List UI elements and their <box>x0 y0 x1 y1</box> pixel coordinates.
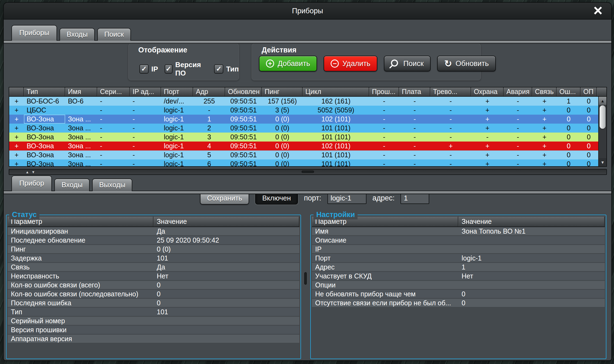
device-cell: + <box>471 124 504 133</box>
row-expander[interactable]: + <box>9 142 24 150</box>
column-header-8[interactable]: Пинг <box>262 87 303 96</box>
display-checkbox-1[interactable]: ✓Версия ПО <box>165 61 208 77</box>
bottom-tab-1[interactable]: Входы <box>54 178 90 191</box>
close-button[interactable]: × <box>591 3 605 18</box>
column-header-4[interactable]: IP ад... <box>130 87 161 96</box>
enabled-toggle-label: Включен <box>262 194 291 202</box>
device-cell: logic-1 <box>161 133 193 142</box>
device-cell: - <box>504 115 532 124</box>
column-header-12[interactable]: Трево... <box>430 87 471 96</box>
bottom-tab-2[interactable]: Выходы <box>92 178 132 191</box>
device-cell: 0 (0) <box>262 115 303 124</box>
row-expander[interactable]: + <box>9 133 24 142</box>
device-row[interactable]: +ВО-ЗонаЗона ...--logic-1409:50:510 (0)1… <box>9 142 598 150</box>
param-column-header-1[interactable]: Значение <box>458 217 605 227</box>
display-checkbox-0[interactable]: ✓IP <box>139 64 158 74</box>
horizontal-splitter[interactable]: ▲ ▼ <box>9 169 607 175</box>
param-column-header-1[interactable]: Значение <box>154 217 299 227</box>
column-header-7[interactable]: Обновлен <box>225 87 262 96</box>
device-row[interactable]: +ВО-ЗонаЗона ...--logic-1209:50:510 (0)1… <box>9 124 598 133</box>
delete-button[interactable]: − Удалить <box>324 56 377 71</box>
column-header-5[interactable]: Порт <box>161 87 193 96</box>
column-header-17[interactable]: ОП <box>581 87 597 96</box>
scroll-up-button[interactable]: ▲ <box>599 97 606 105</box>
param-row[interactable]: Последняя ошибка0 <box>8 299 299 308</box>
table-scrollbar[interactable]: ▲ ▼ <box>598 97 606 166</box>
param-row[interactable]: Описание <box>312 236 605 245</box>
device-row[interactable]: +ВО-БОС-6ВО-6--/dev/...25509:50:51157 (1… <box>9 97 598 106</box>
param-row[interactable]: Последнее обновление25 09 2020 09:50:42 <box>8 236 299 245</box>
device-row[interactable]: +ВО-ЗонаЗона ...--logic-1509:50:510 (0)1… <box>9 150 598 159</box>
param-row[interactable]: НеисправностьНет <box>8 272 299 281</box>
splitter-handle[interactable] <box>302 171 314 173</box>
param-row[interactable]: ИмяЗона Тополь ВО №1 <box>312 227 605 236</box>
param-row[interactable]: Участвует в СКУДНет <box>312 272 605 281</box>
param-row[interactable]: СвязьДа <box>8 263 299 272</box>
param-row[interactable]: Кол-во ошибок связи (всего)0 <box>8 281 299 290</box>
display-checkbox-2[interactable]: ✓Тип <box>214 64 239 74</box>
device-cell: 2 <box>193 124 225 133</box>
device-row[interactable]: +ВО-ЗонаЗона ...--logic-1309:50:510 (0)1… <box>9 133 598 142</box>
param-row[interactable]: Кол-во ошибок связи (последовательно)0 <box>8 290 299 299</box>
row-expander[interactable]: + <box>9 150 24 159</box>
port-label: порт: <box>304 194 321 202</box>
device-cell: - <box>430 124 471 133</box>
param-row[interactable]: Не обновлять прибор чаще чем0 <box>312 290 605 299</box>
device-cell: - <box>504 124 532 133</box>
column-header-10[interactable]: Прош... <box>369 87 399 96</box>
device-row[interactable]: +ЦБОС--logic-1-09:50:513 (5)5052 (5059)-… <box>9 106 598 115</box>
row-expander[interactable]: + <box>9 106 24 115</box>
column-header-14[interactable]: Авария <box>504 87 532 96</box>
device-cell: - <box>369 142 399 150</box>
row-expander[interactable]: + <box>9 159 24 166</box>
param-row[interactable]: Аппаратная версия <box>8 335 299 344</box>
param-row[interactable]: Задержка101 <box>8 254 299 263</box>
device-row[interactable]: +ВО-ЗонаЗона ...--logic-1609:50:510 (0)1… <box>9 159 598 166</box>
bottom-tab-0[interactable]: Прибор <box>11 175 52 191</box>
top-tab-1[interactable]: Входы <box>59 28 95 41</box>
column-header-3[interactable]: Сери... <box>97 87 130 96</box>
column-header-0[interactable] <box>9 87 24 96</box>
device-row[interactable]: +ВО-ЗонаЗона ...--logic-1109:50:510 (0)1… <box>9 115 598 124</box>
param-row[interactable]: Адрес1 <box>312 263 605 272</box>
row-expander[interactable]: + <box>9 115 24 124</box>
scroll-down-button[interactable]: ▼ <box>599 158 606 166</box>
param-row[interactable]: ИнициализированДа <box>8 227 299 236</box>
vertical-splitter-handle[interactable] <box>304 272 307 285</box>
param-row[interactable]: Серийный номер <box>8 317 299 326</box>
checkbox-label: Тип <box>226 65 239 73</box>
refresh-button[interactable]: ↻ Обновить <box>437 56 496 71</box>
device-cell: - <box>193 106 225 115</box>
param-row[interactable]: IP <box>312 245 605 254</box>
column-header-2[interactable]: Имя <box>65 87 97 96</box>
column-header-13[interactable]: Охрана <box>471 87 504 96</box>
param-row[interactable]: Тип101 <box>8 308 299 317</box>
column-header-6[interactable]: Адр <box>193 87 225 96</box>
column-header-11[interactable]: Плата <box>399 87 430 96</box>
top-tab-0[interactable]: Приборы <box>11 25 57 41</box>
titlebar[interactable]: Приборы × <box>3 2 612 20</box>
device-cell: logic-1 <box>161 115 193 124</box>
param-row[interactable]: Портlogic-1 <box>312 254 605 263</box>
device-cell: ВО-Зона <box>24 150 65 159</box>
scrollbar-thumb[interactable] <box>600 105 606 129</box>
row-expander[interactable]: + <box>9 124 24 133</box>
column-header-1[interactable]: Тип <box>24 87 65 96</box>
column-header-16[interactable]: Ош... <box>557 87 581 96</box>
param-row[interactable]: Версия прошивки <box>8 326 299 335</box>
param-row[interactable]: Отсутствие связи если прибор не был об..… <box>312 299 605 308</box>
status-table-body: ИнициализированДаПоследнее обновление25 … <box>8 227 299 344</box>
param-row[interactable]: Опции <box>312 281 605 290</box>
vertical-splitter[interactable] <box>302 215 309 359</box>
param-row[interactable]: Пинг0 (0) <box>8 245 299 254</box>
device-cell: - <box>130 106 161 115</box>
search-button[interactable]: Поиск <box>384 56 431 71</box>
row-expander[interactable]: + <box>9 97 24 106</box>
splitter-collapse-buttons[interactable]: ▲ ▼ <box>26 170 35 174</box>
top-tab-2[interactable]: Поиск <box>97 28 131 41</box>
checkbox-check-icon: ✓ <box>214 64 223 74</box>
add-button[interactable]: + Добавить <box>259 56 317 71</box>
column-header-9[interactable]: Цикл <box>303 87 369 96</box>
device-cell: + <box>532 124 557 133</box>
column-header-15[interactable]: Связь <box>532 87 557 96</box>
